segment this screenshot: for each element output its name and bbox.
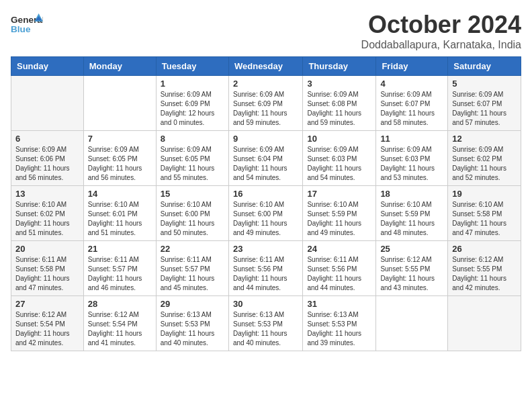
- calendar-cell: 10Sunrise: 6:09 AMSunset: 6:03 PMDayligh…: [303, 131, 376, 186]
- weekday-header: Friday: [376, 57, 448, 76]
- day-info: Sunrise: 6:09 AMSunset: 6:05 PMDaylight:…: [161, 145, 224, 183]
- calendar-cell: 18Sunrise: 6:10 AMSunset: 5:59 PMDayligh…: [376, 186, 448, 241]
- day-number: 5: [452, 79, 517, 89]
- day-info: Sunrise: 6:09 AMSunset: 6:07 PMDaylight:…: [380, 90, 443, 128]
- day-info: Sunrise: 6:09 AMSunset: 6:03 PMDaylight:…: [307, 145, 371, 183]
- day-number: 24: [307, 244, 371, 254]
- day-info: Sunrise: 6:13 AMSunset: 5:53 PMDaylight:…: [161, 310, 224, 348]
- day-info: Sunrise: 6:13 AMSunset: 5:53 PMDaylight:…: [307, 310, 371, 348]
- day-number: 28: [88, 299, 152, 309]
- calendar-cell: 7Sunrise: 6:09 AMSunset: 6:05 PMDaylight…: [83, 131, 156, 186]
- weekday-header: Saturday: [448, 57, 521, 76]
- page-header: General Blue October 2024 Doddaballapura…: [11, 11, 521, 51]
- logo: General Blue: [11, 11, 43, 38]
- calendar-week-row: 13Sunrise: 6:10 AMSunset: 6:02 PMDayligh…: [11, 186, 521, 241]
- location-subtitle: Doddaballapura, Karnataka, India: [361, 39, 521, 51]
- calendar-cell: 5Sunrise: 6:09 AMSunset: 6:07 PMDaylight…: [448, 76, 521, 131]
- day-number: 31: [307, 299, 371, 309]
- calendar-cell: 9Sunrise: 6:09 AMSunset: 6:04 PMDaylight…: [228, 131, 302, 186]
- day-number: 9: [233, 134, 298, 144]
- calendar-table: SundayMondayTuesdayWednesdayThursdayFrid…: [11, 56, 521, 351]
- day-info: Sunrise: 6:10 AMSunset: 6:01 PMDaylight:…: [88, 200, 152, 238]
- day-number: 16: [233, 189, 298, 199]
- calendar-cell: 27Sunrise: 6:12 AMSunset: 5:54 PMDayligh…: [11, 296, 84, 351]
- calendar-cell: [11, 76, 84, 131]
- calendar-cell: 8Sunrise: 6:09 AMSunset: 6:05 PMDaylight…: [156, 131, 228, 186]
- calendar-cell: 14Sunrise: 6:10 AMSunset: 6:01 PMDayligh…: [83, 186, 156, 241]
- calendar-week-row: 20Sunrise: 6:11 AMSunset: 5:58 PMDayligh…: [11, 241, 521, 296]
- calendar-cell: 11Sunrise: 6:09 AMSunset: 6:03 PMDayligh…: [376, 131, 448, 186]
- calendar-cell: 28Sunrise: 6:12 AMSunset: 5:54 PMDayligh…: [83, 296, 156, 351]
- calendar-cell: 4Sunrise: 6:09 AMSunset: 6:07 PMDaylight…: [376, 76, 448, 131]
- calendar-cell: 2Sunrise: 6:09 AMSunset: 6:09 PMDaylight…: [228, 76, 302, 131]
- calendar-week-row: 6Sunrise: 6:09 AMSunset: 6:06 PMDaylight…: [11, 131, 521, 186]
- day-info: Sunrise: 6:09 AMSunset: 6:08 PMDaylight:…: [307, 90, 371, 128]
- calendar-week-row: 27Sunrise: 6:12 AMSunset: 5:54 PMDayligh…: [11, 296, 521, 351]
- day-number: 26: [452, 244, 517, 254]
- calendar-cell: 29Sunrise: 6:13 AMSunset: 5:53 PMDayligh…: [156, 296, 228, 351]
- calendar-cell: 13Sunrise: 6:10 AMSunset: 6:02 PMDayligh…: [11, 186, 84, 241]
- day-info: Sunrise: 6:09 AMSunset: 6:02 PMDaylight:…: [452, 145, 517, 183]
- calendar-cell: 20Sunrise: 6:11 AMSunset: 5:58 PMDayligh…: [11, 241, 84, 296]
- svg-text:Blue: Blue: [11, 24, 31, 34]
- day-info: Sunrise: 6:12 AMSunset: 5:54 PMDaylight:…: [88, 310, 152, 348]
- day-number: 11: [380, 134, 443, 144]
- calendar-cell: 30Sunrise: 6:13 AMSunset: 5:53 PMDayligh…: [228, 296, 302, 351]
- day-number: 27: [15, 299, 79, 309]
- day-info: Sunrise: 6:09 AMSunset: 6:09 PMDaylight:…: [233, 90, 298, 128]
- calendar-cell: 21Sunrise: 6:11 AMSunset: 5:57 PMDayligh…: [83, 241, 156, 296]
- weekday-header: Sunday: [11, 57, 84, 76]
- day-info: Sunrise: 6:10 AMSunset: 6:02 PMDaylight:…: [15, 200, 79, 238]
- day-number: 8: [161, 134, 224, 144]
- title-block: October 2024 Doddaballapura, Karnataka, …: [361, 11, 521, 51]
- calendar-cell: 19Sunrise: 6:10 AMSunset: 5:58 PMDayligh…: [448, 186, 521, 241]
- day-number: 25: [380, 244, 443, 254]
- day-number: 18: [380, 189, 443, 199]
- weekday-header: Tuesday: [156, 57, 228, 76]
- calendar-header-row: SundayMondayTuesdayWednesdayThursdayFrid…: [11, 57, 521, 76]
- day-number: 1: [161, 79, 224, 89]
- day-number: 10: [307, 134, 371, 144]
- logo-icon: General Blue: [11, 11, 43, 38]
- calendar-cell: 22Sunrise: 6:11 AMSunset: 5:57 PMDayligh…: [156, 241, 228, 296]
- day-number: 15: [161, 189, 224, 199]
- calendar-cell: 3Sunrise: 6:09 AMSunset: 6:08 PMDaylight…: [303, 76, 376, 131]
- day-number: 4: [380, 79, 443, 89]
- day-info: Sunrise: 6:10 AMSunset: 5:58 PMDaylight:…: [452, 200, 517, 238]
- calendar-cell: 31Sunrise: 6:13 AMSunset: 5:53 PMDayligh…: [303, 296, 376, 351]
- day-info: Sunrise: 6:09 AMSunset: 6:06 PMDaylight:…: [15, 145, 79, 183]
- day-number: 2: [233, 79, 298, 89]
- calendar-week-row: 1Sunrise: 6:09 AMSunset: 6:09 PMDaylight…: [11, 76, 521, 131]
- calendar-cell: 26Sunrise: 6:12 AMSunset: 5:55 PMDayligh…: [448, 241, 521, 296]
- day-number: 21: [88, 244, 152, 254]
- weekday-header: Wednesday: [228, 57, 302, 76]
- day-number: 12: [452, 134, 517, 144]
- day-info: Sunrise: 6:11 AMSunset: 5:58 PMDaylight:…: [15, 255, 79, 293]
- day-info: Sunrise: 6:11 AMSunset: 5:56 PMDaylight:…: [307, 255, 371, 293]
- day-number: 13: [15, 189, 79, 199]
- day-info: Sunrise: 6:10 AMSunset: 6:00 PMDaylight:…: [233, 200, 298, 238]
- calendar-cell: 1Sunrise: 6:09 AMSunset: 6:09 PMDaylight…: [156, 76, 228, 131]
- day-info: Sunrise: 6:12 AMSunset: 5:55 PMDaylight:…: [380, 255, 443, 293]
- day-info: Sunrise: 6:11 AMSunset: 5:56 PMDaylight:…: [233, 255, 298, 293]
- day-number: 7: [88, 134, 152, 144]
- day-number: 17: [307, 189, 371, 199]
- calendar-cell: 6Sunrise: 6:09 AMSunset: 6:06 PMDaylight…: [11, 131, 84, 186]
- calendar-cell: [83, 76, 156, 131]
- day-info: Sunrise: 6:10 AMSunset: 6:00 PMDaylight:…: [161, 200, 224, 238]
- day-info: Sunrise: 6:09 AMSunset: 6:09 PMDaylight:…: [161, 90, 224, 128]
- calendar-cell: 25Sunrise: 6:12 AMSunset: 5:55 PMDayligh…: [376, 241, 448, 296]
- day-info: Sunrise: 6:11 AMSunset: 5:57 PMDaylight:…: [88, 255, 152, 293]
- day-info: Sunrise: 6:09 AMSunset: 6:07 PMDaylight:…: [452, 90, 517, 128]
- day-number: 19: [452, 189, 517, 199]
- weekday-header: Monday: [83, 57, 156, 76]
- day-number: 6: [15, 134, 79, 144]
- day-info: Sunrise: 6:12 AMSunset: 5:54 PMDaylight:…: [15, 310, 79, 348]
- calendar-cell: [448, 296, 521, 351]
- calendar-cell: 15Sunrise: 6:10 AMSunset: 6:00 PMDayligh…: [156, 186, 228, 241]
- day-number: 20: [15, 244, 79, 254]
- day-number: 3: [307, 79, 371, 89]
- day-number: 30: [233, 299, 298, 309]
- day-info: Sunrise: 6:09 AMSunset: 6:05 PMDaylight:…: [88, 145, 152, 183]
- calendar-cell: 24Sunrise: 6:11 AMSunset: 5:56 PMDayligh…: [303, 241, 376, 296]
